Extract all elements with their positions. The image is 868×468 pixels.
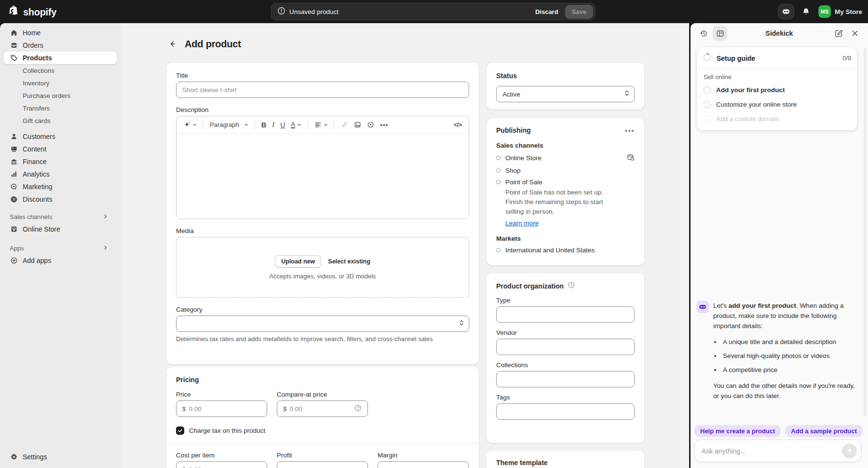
send-arrow-icon [846, 448, 853, 454]
theme-template-heading: Theme template [496, 459, 635, 467]
close-panel-button[interactable] [848, 26, 862, 41]
price-input[interactable]: $ [176, 400, 267, 417]
task-customize-store[interactable]: Customize your online store [703, 97, 851, 111]
shopify-logo[interactable]: shopify [9, 5, 56, 19]
store-menu[interactable]: MS My Store [818, 5, 862, 18]
marketing-icon [10, 183, 18, 191]
schedule-icon[interactable] [627, 153, 635, 163]
underline-button[interactable]: U [278, 120, 287, 130]
suggestion-help-create-product[interactable]: Help me create a product [694, 425, 781, 437]
notifications-button[interactable] [799, 4, 814, 19]
tags-input[interactable] [496, 403, 635, 420]
chevron-down-icon [192, 123, 197, 127]
task-add-domain[interactable]: Add a custom domain [703, 111, 851, 126]
sidebar-item-customers[interactable]: Customers [4, 130, 117, 143]
bold-button[interactable]: B [259, 120, 268, 130]
publishing-menu-button[interactable]: ••• [625, 127, 635, 134]
orders-icon [10, 41, 18, 50]
paragraph-style-dropdown[interactable]: Paragraph [208, 120, 250, 130]
sidekick-panel: Sidekick Setup guide 0/9 [691, 23, 868, 468]
sidekick-toggle-button[interactable] [778, 4, 794, 19]
suggestion-add-sample-product[interactable]: Add a sample product [785, 425, 863, 437]
alignment-button[interactable] [312, 120, 330, 130]
shopify-bag-icon [9, 5, 20, 19]
sidekick-message: Let's add your first product. When addin… [696, 301, 860, 401]
media-dropzone[interactable]: Upload new Select existing Accepts image… [176, 237, 469, 298]
save-button[interactable]: Save [565, 5, 593, 19]
sidebar-item-home[interactable]: Home [4, 27, 117, 39]
message-bullets: A unique title and a detailed descriptio… [721, 337, 860, 375]
sidebar-item-discounts[interactable]: Discounts [4, 193, 117, 206]
italic-button[interactable]: I [270, 119, 276, 130]
tags-label: Tags [496, 394, 635, 401]
text-color-button[interactable]: A [289, 120, 303, 130]
type-input[interactable] [496, 306, 635, 323]
image-button[interactable] [352, 120, 363, 130]
link-button[interactable] [339, 120, 350, 130]
charge-tax-checkbox[interactable] [176, 427, 184, 435]
ask-anything-input[interactable] [702, 447, 842, 455]
chevron-down-icon [244, 123, 248, 127]
channel-bullet [496, 156, 501, 160]
compare-at-price-input[interactable]: $ [277, 400, 368, 417]
sidebar-item-orders[interactable]: Orders [4, 39, 117, 52]
panel-layout-button[interactable] [713, 26, 727, 41]
panel-scrollbar[interactable] [864, 48, 867, 416]
more-formatting-button[interactable]: ••• [378, 120, 390, 130]
back-button[interactable] [166, 38, 179, 50]
channel-online-store: Online Store [496, 153, 635, 163]
new-chat-button[interactable] [831, 26, 846, 41]
sidebar-item-inventory[interactable]: Inventory [4, 77, 117, 89]
sidebar-item-analytics[interactable]: Analytics [4, 168, 117, 180]
task-add-first-product[interactable]: Add your first product [703, 83, 851, 97]
info-icon[interactable] [568, 281, 575, 290]
send-button[interactable] [842, 443, 857, 458]
collections-input[interactable] [496, 371, 635, 387]
html-code-button[interactable]: </> [452, 120, 464, 130]
title-label: Title [176, 72, 469, 79]
sidebar-item-add-apps[interactable]: Add apps [4, 254, 117, 267]
learn-more-link[interactable]: Learn more [505, 220, 539, 227]
sidebar-item-marketing[interactable]: Marketing [4, 180, 117, 193]
close-icon [851, 29, 859, 37]
unsaved-bar: Unsaved product Discard Save [271, 3, 596, 20]
margin-input[interactable] [378, 461, 469, 468]
sidebar-item-transfers[interactable]: Transfers [4, 102, 117, 114]
category-select[interactable] [176, 316, 469, 332]
vendor-input[interactable] [496, 339, 635, 355]
video-button[interactable] [365, 120, 376, 130]
discard-button[interactable]: Discard [529, 5, 564, 18]
sidebar-item-products[interactable]: Products [4, 52, 117, 64]
sidebar-item-settings[interactable]: Settings [4, 451, 117, 463]
ai-sparkle-button[interactable] [181, 120, 199, 130]
sidebar-item-collections[interactable]: Collections [4, 64, 117, 77]
category-hint: Determines tax rates and adds metafields… [176, 335, 469, 343]
unsaved-label: Unsaved product [289, 8, 339, 15]
media-label: Media [176, 227, 469, 234]
profit-input[interactable] [277, 461, 368, 468]
select-existing-button[interactable]: Select existing [328, 258, 370, 265]
sidebar-item-finance[interactable]: Finance [4, 155, 117, 168]
cost-per-item-input[interactable]: $ [176, 461, 267, 468]
sales-channels-section[interactable]: Sales channels [4, 210, 117, 223]
upload-new-button[interactable]: Upload new [275, 255, 321, 268]
sidebar-item-content[interactable]: Content [4, 143, 117, 155]
panel-layout-icon [716, 29, 724, 38]
history-button[interactable] [696, 26, 711, 41]
help-question-icon[interactable] [354, 404, 362, 413]
title-input[interactable] [176, 82, 469, 98]
type-label: Type [496, 297, 635, 304]
sidebar-item-online-store[interactable]: Online Store [4, 223, 117, 235]
apps-section[interactable]: Apps [4, 242, 117, 254]
content-icon [10, 145, 18, 153]
sidebar-item-purchase-orders[interactable]: Purchase orders [4, 89, 117, 102]
pricing-heading: Pricing [176, 376, 469, 384]
sidekick-input[interactable] [694, 440, 861, 462]
description-textarea[interactable] [176, 134, 469, 219]
history-icon [700, 29, 708, 38]
setup-guide-card[interactable]: Setup guide 0/9 Sell online Add your fir… [697, 47, 857, 130]
sidebar-item-gift-cards[interactable]: Gift cards [4, 114, 117, 127]
collections-label: Collections [496, 361, 635, 369]
vendor-label: Vendor [496, 329, 635, 336]
status-select[interactable]: Active [496, 86, 635, 102]
